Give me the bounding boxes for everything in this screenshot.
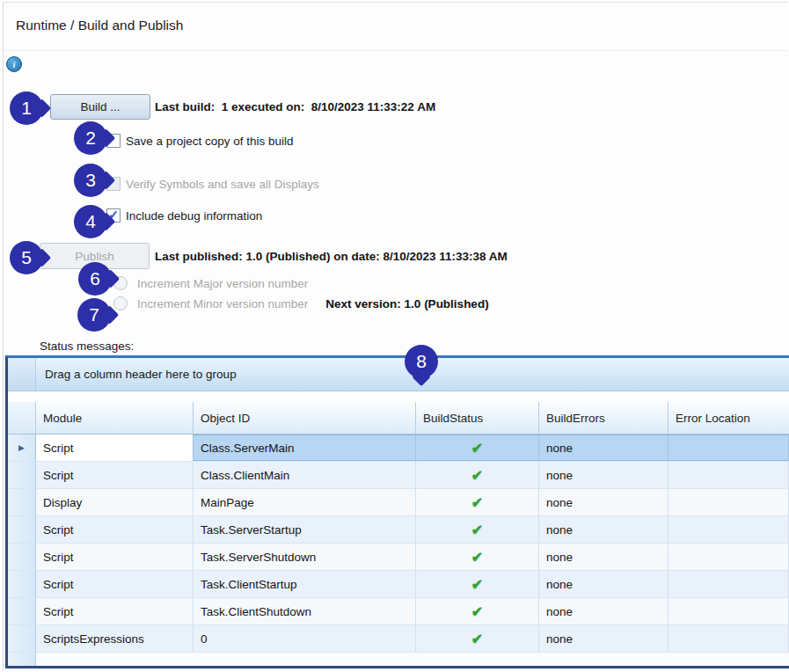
build-button[interactable]: Build ... [50,94,150,120]
panel-top-edge [3,2,788,3]
increment-minor-radio-row: Increment Minor version number Next vers… [113,296,489,310]
table-row[interactable]: ▶ Script Task.ServerStartup ✔ none [8,516,789,544]
cell-error-location [668,516,789,543]
table-row[interactable]: ▶ Script Task.ClientShutdown ✔ none [8,598,789,625]
cell-module[interactable]: Script [36,571,194,597]
info-icon[interactable]: i [6,56,22,72]
panel-left-edge [3,2,4,670]
include-debug-checkbox-row: ✓ Include debug information [106,208,262,223]
column-header-builderrors[interactable]: BuildErrors [539,402,668,434]
gutter-filler [8,653,36,666]
build-ok-check-icon: ✔ [471,467,483,484]
include-debug-label: Include debug information [126,209,262,223]
row-indicator-gutter: ▶ [8,516,36,543]
cell-error-location [668,598,789,625]
cell-module[interactable]: Script [36,435,194,461]
grid-body: ▶ Script Class.ServerMain ✔ none ▶ Scrip… [8,435,789,653]
grid-filler [8,653,789,666]
gutter-header-cell [8,402,36,434]
page-title: Runtime / Build and Publish [16,18,183,33]
cell-build-status: ✔ [416,598,539,625]
callout-3-verify-symbols: 3 [74,164,107,197]
last-build-status-text: Last build: 1 executed on: 8/10/2023 11:… [155,100,435,113]
group-by-drop-zone[interactable]: Drag a column header here to group [8,358,789,391]
band-gap [8,391,789,402]
cell-module[interactable]: Script [36,598,194,625]
cell-build-status: ✔ [416,571,539,597]
build-ok-check-icon: ✔ [471,631,483,647]
cell-error-location [668,489,789,515]
cell-object-id[interactable]: 0 [194,625,416,652]
increment-major-label: Increment Major version number [137,277,308,290]
callout-6-increment-major: 6 [78,262,112,296]
build-ok-check-icon: ✔ [471,494,483,511]
cell-object-id[interactable]: Task.ServerShutdown [194,544,416,570]
verify-symbols-label: Verify Symbols and save all Displays [126,178,319,191]
column-header-buildstatus[interactable]: BuildStatus [416,402,539,434]
cell-module[interactable]: Script [36,462,194,488]
cell-build-status: ✔ [416,489,539,515]
cell-module[interactable]: ScriptsExpressions [36,625,194,652]
cell-module[interactable]: Script [36,544,194,570]
status-messages-label: Status messages: [40,340,134,353]
cell-build-status: ✔ [416,462,539,488]
callout-4-include-debug: 4 [74,205,107,238]
cell-module[interactable]: Script [36,516,194,543]
table-row[interactable]: ▶ Script Class.ServerMain ✔ none [8,435,789,462]
status-messages-grid: Drag a column header here to group Modul… [5,355,789,668]
group-band-gutter [8,358,36,391]
cell-build-status: ✔ [416,516,539,543]
cell-error-location [668,435,789,461]
build-ok-check-icon: ✔ [471,603,483,620]
row-indicator-gutter: ▶ [8,435,36,461]
cell-build-errors: none [539,462,668,488]
callout-8-status-grid: 8 [405,345,438,378]
cell-error-location [668,544,789,570]
callout-2-save-copy: 2 [74,121,107,155]
increment-minor-label: Increment Minor version number [137,297,308,310]
build-ok-check-icon: ✔ [471,576,483,593]
increment-minor-radio [113,296,128,310]
cell-build-status: ✔ [416,625,539,652]
save-project-copy-label: Save a project copy of this build [126,135,294,148]
table-row[interactable]: ▶ ScriptsExpressions 0 ✔ none [8,625,789,653]
build-ok-check-icon: ✔ [471,440,483,457]
callout-5-publish-button: 5 [10,241,43,274]
row-indicator-gutter: ▶ [8,489,36,515]
cell-object-id[interactable]: Task.ServerStartup [194,516,416,543]
table-row[interactable]: ▶ Display MainPage ✔ none [8,489,789,516]
group-by-hint-text: Drag a column header here to group [36,358,237,391]
cell-object-id[interactable]: Class.ServerMain [194,435,416,461]
grid-header-row: Module Object ID BuildStatus BuildErrors… [8,402,789,435]
verify-symbols-checkbox-row: Verify Symbols and save all Displays [106,177,319,191]
cell-build-errors: none [539,544,668,570]
next-version-text: Next version: 1.0 (Published) [325,297,488,310]
column-header-object-id[interactable]: Object ID [194,402,416,434]
cell-build-errors: none [539,489,668,515]
build-ok-check-icon: ✔ [471,549,483,566]
cell-build-status: ✔ [416,435,539,461]
cell-object-id[interactable]: Task.ClientStartup [194,571,416,597]
cell-build-errors: none [539,571,668,597]
cell-build-errors: none [539,598,668,625]
last-published-status-text: Last published: 1.0 (Published) on date:… [155,250,508,263]
cell-object-id[interactable]: MainPage [194,489,416,515]
build-ok-check-icon: ✔ [471,522,483,538]
table-row[interactable]: ▶ Script Task.ServerShutdown ✔ none [8,544,789,571]
table-row[interactable]: ▶ Script Class.ClientMain ✔ none [8,462,789,489]
cell-error-location [668,462,789,488]
cell-build-errors: none [539,625,668,652]
cell-build-errors: none [539,516,668,543]
column-header-module[interactable]: Module [36,402,194,434]
save-project-copy-checkbox-row: Save a project copy of this build [106,134,294,148]
cell-build-status: ✔ [416,544,539,570]
cell-object-id[interactable]: Task.ClientShutdown [194,598,416,625]
column-header-error-location[interactable]: Error Location [668,402,789,434]
title-divider [4,50,787,51]
cell-object-id[interactable]: Class.ClientMain [194,462,416,488]
cell-build-errors: none [539,435,668,461]
callout-1-build-button: 1 [10,91,43,125]
cell-module[interactable]: Display [36,489,194,515]
callout-7-increment-minor: 7 [77,298,111,332]
table-row[interactable]: ▶ Script Task.ClientStartup ✔ none [8,571,789,598]
